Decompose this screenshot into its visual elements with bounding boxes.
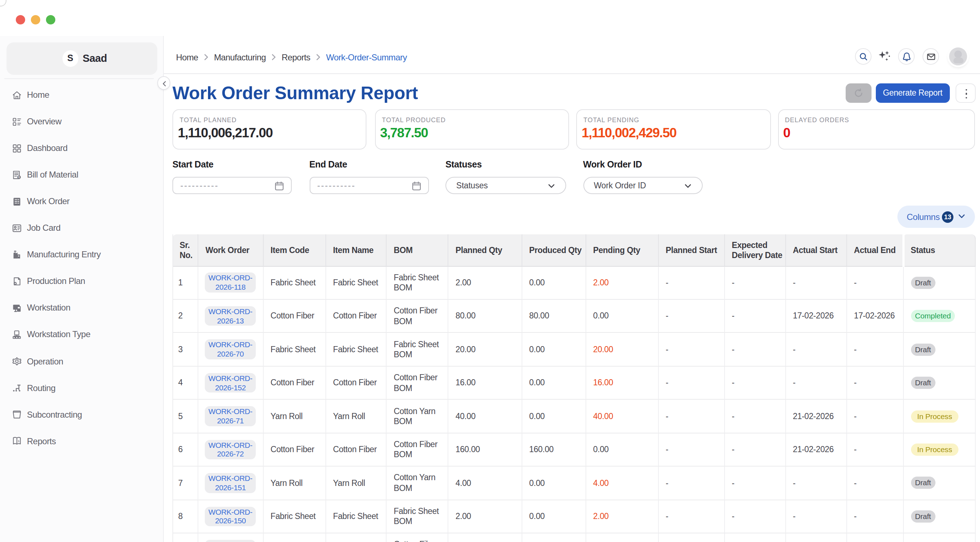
svg-text:$: $ bbox=[18, 440, 20, 443]
svg-text:$: $ bbox=[18, 175, 20, 178]
